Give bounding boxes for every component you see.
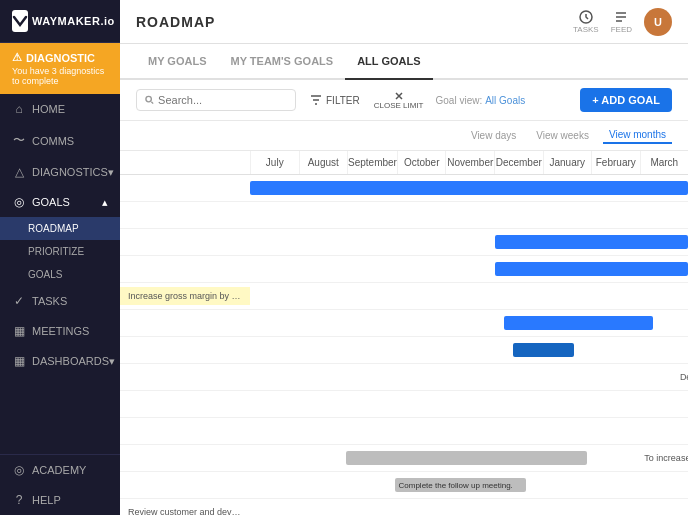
gantt-bar[interactable] [250, 181, 688, 195]
gantt-label-spacer [120, 151, 250, 174]
close-filter-button[interactable]: CLOSE LIMIT [374, 91, 424, 110]
diagnostic-title: ⚠ DIAGNOSTIC [12, 51, 108, 64]
gantt-row [120, 310, 688, 337]
gantt-row-content [250, 202, 688, 228]
tab-my-teams-goals[interactable]: MY TEAM'S GOALS [218, 44, 345, 80]
goal-view-link[interactable]: All Goals [485, 95, 525, 106]
gantt-bar[interactable] [495, 235, 688, 249]
sidebar-item-dashboards[interactable]: ▦ DASHBOARDS ▾ [0, 346, 120, 376]
sidebar-item-diagnostics[interactable]: △ DIAGNOSTICS ▾ [0, 157, 120, 187]
sidebar-item-goals[interactable]: ◎ GOALS ▴ [0, 187, 120, 217]
gantt-row-content [250, 256, 688, 282]
add-goal-button[interactable]: + ADD GOAL [580, 88, 672, 112]
gantt-bar[interactable]: Complete the follow up meeting. [395, 478, 526, 492]
gantt-row-content: Grow revenue [250, 418, 688, 444]
tasks-icon: ✓ [12, 294, 26, 308]
sidebar-item-meetings[interactable]: ▦ MEETINGS [0, 316, 120, 346]
sidebar-item-comms[interactable]: 〜 COMMS [0, 124, 120, 157]
gantt-month-march: March [640, 151, 688, 174]
sidebar-item-help[interactable]: ? HELP [0, 485, 120, 515]
home-icon: ⌂ [12, 102, 26, 116]
gantt-month-january: January [543, 151, 592, 174]
logo-icon [12, 10, 28, 32]
gantt-container: JulyAugustSeptemberOctoberNovemberDecemb… [120, 151, 688, 515]
gantt-right-label: Develop a culture strategy to improve em… [680, 370, 688, 384]
tasks-header-icon[interactable]: TASKS [573, 9, 599, 34]
gantt-row: Complete the follow up meeting. [120, 472, 688, 499]
close-icon [394, 91, 404, 101]
sidebar-item-roadmap[interactable]: ROADMAP [0, 217, 120, 240]
gantt-right-label: To increase the accuracy of our ideal cu… [644, 451, 688, 465]
gantt-month-october: October [397, 151, 446, 174]
chevron-up-icon: ▴ [102, 196, 108, 209]
diagnostic-banner[interactable]: ⚠ DIAGNOSTIC You have 3 diagnostics to c… [0, 43, 120, 94]
view-months-button[interactable]: View months [603, 127, 672, 144]
sidebar: WAYMAKER.io ⚠ DIAGNOSTIC You have 3 diag… [0, 0, 120, 515]
sidebar-item-goals-sub[interactable]: GOALS [0, 263, 120, 286]
gantt-rows: Increase gross margin by 15% to become t… [120, 175, 688, 515]
gantt-row: Design the customer analytics for acquis… [120, 391, 688, 418]
view-toggle: View days View weeks View months [120, 121, 688, 151]
gantt-row-label [120, 400, 250, 408]
sidebar-item-academy[interactable]: ◎ ACADEMY [0, 455, 120, 485]
help-icon: ? [12, 493, 26, 507]
gantt-month-november: November [445, 151, 494, 174]
gantt-row-label: Increase gross margin by 15% to become t… [120, 287, 250, 305]
chevron-down-icon-2: ▾ [109, 355, 115, 368]
gantt-row [120, 175, 688, 202]
comms-icon: 〜 [12, 132, 26, 149]
dashboards-icon: ▦ [12, 354, 26, 368]
view-days-button[interactable]: View days [465, 128, 522, 143]
svg-point-1 [146, 96, 151, 101]
filter-button[interactable]: FILTER [304, 91, 366, 110]
gantt-bar[interactable] [504, 316, 653, 330]
goal-view-label: Goal view: [436, 95, 483, 106]
feed-header-icon[interactable]: FEED [611, 9, 632, 34]
diagnostic-subtitle: You have 3 diagnostics to complete [12, 66, 108, 86]
toolbar: FILTER CLOSE LIMIT Goal view: All Goals … [120, 80, 688, 121]
goals-icon: ◎ [12, 195, 26, 209]
gantt-bar[interactable] [513, 343, 574, 357]
gantt-row: Increase gross margin by 15% to become t… [120, 283, 688, 310]
search-input[interactable] [158, 94, 287, 106]
gantt-bar[interactable] [346, 451, 587, 465]
gantt-row: To increase the accuracy of our ideal cu… [120, 445, 688, 472]
gantt-month-august: August [299, 151, 348, 174]
gantt-row [120, 229, 688, 256]
gantt-row-label [120, 373, 250, 381]
gantt-row: Grow revenue [120, 418, 688, 445]
top-header: ROADMAP TASKS FEED U [120, 0, 688, 44]
gantt-months: JulyAugustSeptemberOctoberNovemberDecemb… [250, 151, 688, 174]
gantt-row-label [120, 265, 250, 273]
gantt-month-february: February [591, 151, 640, 174]
gantt-row-label [120, 427, 250, 435]
avatar[interactable]: U [644, 8, 672, 36]
gantt-row-content [250, 229, 688, 255]
sidebar-item-home[interactable]: ⌂ HOME [0, 94, 120, 124]
tab-my-goals[interactable]: MY GOALS [136, 44, 218, 80]
gantt-row-label [120, 184, 250, 192]
gantt-row-content [250, 337, 688, 363]
gantt-month-september: September [347, 151, 397, 174]
logo-text: WAYMAKER.io [32, 15, 115, 27]
gantt-row-label [120, 211, 250, 219]
gantt-row-content: To increase the accuracy of our ideal cu… [250, 445, 688, 471]
filter-icon [310, 95, 322, 105]
gantt-bar[interactable] [495, 262, 688, 276]
gantt-row [120, 337, 688, 364]
gantt-row-content: Design the customer analytics for acquis… [250, 391, 688, 417]
gantt-row-label: Review customer and develop a clear cust… [120, 503, 250, 515]
logo: WAYMAKER.io [0, 0, 120, 43]
sidebar-item-prioritize[interactable]: PRIORITIZE [0, 240, 120, 263]
view-weeks-button[interactable]: View weeks [530, 128, 595, 143]
page-title: ROADMAP [136, 14, 215, 30]
search-icon [145, 95, 154, 105]
tab-bar: MY GOALS MY TEAM'S GOALS ALL GOALS [120, 44, 688, 80]
sidebar-item-tasks[interactable]: ✓ TASKS [0, 286, 120, 316]
goals-submenu: ROADMAP PRIORITIZE GOALS [0, 217, 120, 286]
gantt-row-content [250, 499, 688, 515]
gantt-row [120, 202, 688, 229]
gantt-row-label [120, 319, 250, 327]
search-box[interactable] [136, 89, 296, 111]
tab-all-goals[interactable]: ALL GOALS [345, 44, 432, 80]
